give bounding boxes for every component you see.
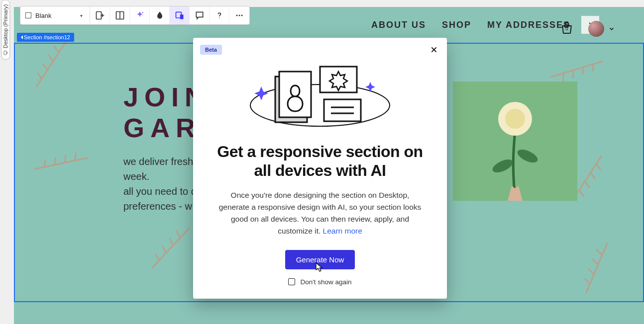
generate-now-button[interactable]: Generate Now [285,250,355,269]
svg-rect-5 [180,14,183,19]
svg-point-9 [241,15,243,16]
svg-point-8 [239,15,240,16]
layout-preset-label: Blank [35,12,76,19]
close-icon [430,46,438,54]
beta-badge: Beta [200,45,222,55]
dont-show-label: Don't show again [300,278,351,286]
responsive-button[interactable] [170,6,190,24]
flower-icon [453,81,577,201]
nav-link-addresses[interactable]: MY ADDRESSES [487,20,570,30]
svg-point-3 [142,12,143,13]
responsive-icon [175,10,185,20]
learn-more-link[interactable]: Learn more [323,227,362,235]
svg-rect-17 [279,72,311,117]
modal-body-text: Once you're done designing the section o… [219,191,422,235]
comment-icon [195,10,205,20]
editor-toolbar: Blank ▾ [20,6,250,25]
hero-image[interactable] [453,81,577,201]
section-tag[interactable]: Section #section12 [17,33,74,42]
dont-show-again[interactable]: Don't show again [288,278,351,286]
avatar [588,21,604,37]
nav-link-shop[interactable]: SHOP [442,20,471,30]
chevron-down-icon: ▾ [80,13,83,18]
panel-plus-icon [95,10,105,20]
droplet-button[interactable] [150,6,170,24]
nav-link-about[interactable]: ABOUT US [371,20,426,30]
layout-preset-select[interactable]: Blank ▾ [20,6,90,24]
more-button[interactable] [229,6,249,24]
ai-responsive-modal: Beta Get a responsive section on all dev… [193,38,447,299]
svg-rect-1 [96,12,101,19]
square-icon [25,12,31,18]
ai-sparkle-button[interactable] [130,6,150,24]
section-tag-label: Section #section12 [24,34,70,40]
illustration-icon [245,61,395,135]
device-indicator[interactable]: Desktop (Primary) [0,0,11,60]
columns-icon [115,10,125,20]
help-icon [215,10,224,20]
svg-point-6 [219,17,220,18]
monitor-icon [3,50,8,55]
comment-button[interactable] [190,6,210,24]
cart-button[interactable]: 0 [559,21,574,38]
layout-columns-button[interactable] [110,6,130,24]
help-button[interactable] [210,6,229,24]
modal-title: Get a responsive section on all devices … [193,142,447,180]
chevron-down-icon [608,25,615,32]
droplet-icon [155,10,165,20]
modal-body: Once you're done designing the section o… [193,189,447,237]
cart-badge: 0 [565,26,568,31]
sparkle-icon [135,10,145,20]
svg-point-14 [505,109,525,129]
profile-menu[interactable] [588,21,615,37]
svg-rect-0 [4,51,6,55]
more-icon [234,10,244,20]
close-button[interactable] [428,44,440,56]
svg-point-7 [236,15,238,16]
svg-rect-19 [324,99,361,121]
add-panel-button[interactable] [90,6,110,24]
device-indicator-label: Desktop (Primary) [2,4,8,49]
checkbox-icon[interactable] [288,278,295,285]
